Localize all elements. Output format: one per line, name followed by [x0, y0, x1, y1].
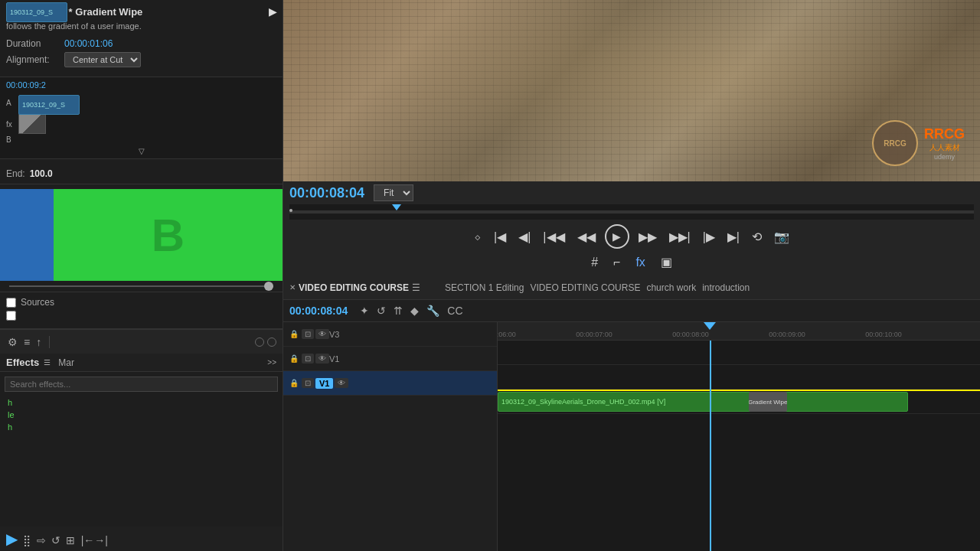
fast-fwd-btn[interactable]: ▶▶ — [635, 228, 660, 246]
v1-upper-track-row — [498, 365, 980, 390]
resources-area: Sources — [0, 292, 283, 329]
alignment-select[interactable]: Center at Cut — [64, 52, 141, 67]
add-marker-btn[interactable]: ≡ — [22, 334, 31, 350]
end-slider-track[interactable] — [9, 285, 273, 287]
checkbox-1[interactable] — [6, 298, 16, 308]
v1-active-label: V1 — [315, 378, 333, 389]
insert-btn[interactable]: 📷 — [771, 228, 792, 246]
clip-b[interactable]: 190312_09_S — [6, 2, 67, 22]
timeline-tab-name[interactable]: VIDEO EDITING COURSE — [299, 282, 409, 293]
v1-controls: ⊡ V1 👁 — [302, 378, 348, 389]
v1-upper-lock-icon[interactable]: 🔒 — [289, 354, 299, 363]
ripple-edit-btn[interactable]: ⣿ — [23, 534, 31, 546]
keyframe-circle-left — [255, 337, 264, 347]
rotate-btn[interactable]: ↺ — [51, 534, 60, 546]
main-video-clip[interactable]: 190312_09_SkylineAerials_Drone_UHD_002.m… — [498, 392, 908, 412]
ruler-mark-6: 00:00:06:00 — [498, 331, 516, 338]
next-frame-btn[interactable]: |▶ — [700, 228, 718, 246]
play-button-effects[interactable]: ▶ — [6, 530, 18, 548]
checkbox-2[interactable] — [6, 311, 16, 321]
end-row: End: 100.0 — [0, 164, 283, 184]
timeline-content: 🔒 ⊡ 👁 V3 🔒 ⊡ 👁 V1 — [283, 322, 980, 551]
v3-track-row — [498, 341, 980, 365]
timeline-time-badge: 00:00:09:2 — [6, 80, 46, 90]
clip-a[interactable]: 190312_09_S — [18, 95, 80, 115]
effects-item-3[interactable]: h — [5, 421, 278, 433]
effects-menu-icon[interactable]: ☰ — [44, 358, 51, 367]
mark-in-btn[interactable]: ⬦ — [471, 228, 485, 245]
end-slider-row — [0, 281, 283, 292]
undo-btn[interactable]: ↺ — [375, 303, 387, 318]
export-btn[interactable]: ↑ — [34, 334, 43, 350]
playhead[interactable] — [392, 204, 401, 210]
duration-row: Duration 00:00:01:06 — [6, 38, 276, 49]
v1-upper-name: V1 — [329, 354, 339, 364]
v1-lock-icon[interactable]: 🔒 — [289, 379, 299, 387]
duration-value[interactable]: 00:00:01:06 — [64, 38, 113, 49]
v1-sync-btn[interactable]: ⊡ — [302, 378, 314, 388]
v1-active-track-row: 190312_09_SkylineAerials_Drone_UHD_002.m… — [498, 390, 980, 414]
close-timeline-btn[interactable]: ✕ — [289, 283, 296, 292]
prev-frame-btn[interactable]: ◀| — [515, 228, 534, 246]
play-pause-btn[interactable]: ▶ — [605, 224, 629, 249]
track-v1-active-label: 🔒 ⊡ V1 👁 — [283, 371, 497, 396]
timeline-top-bar: ✕ VIDEO EDITING COURSE ☰ SECTION 1 Editi… — [283, 276, 980, 300]
fit-btn[interactable]: |←→| — [81, 534, 108, 546]
extract-btn[interactable]: ⇈ — [392, 303, 404, 318]
transition-preview — [18, 114, 46, 134]
step-back-btn[interactable]: |◀ — [491, 228, 509, 246]
checkbox-row-2 — [6, 311, 276, 321]
mar-tab-label[interactable]: Mar — [58, 357, 74, 368]
track-b-label: B — [6, 135, 17, 144]
goto-start-btn[interactable]: |◀◀ — [540, 228, 567, 246]
filter-btn[interactable]: ⚙ — [6, 334, 19, 350]
v3-lock-icon[interactable]: 🔒 — [289, 330, 299, 338]
loop-btn[interactable]: ⟲ — [749, 228, 765, 246]
timeline-section: ✕ VIDEO EDITING COURSE ☰ SECTION 1 Editi… — [283, 276, 980, 551]
breadcrumb-course: VIDEO EDITING COURSE — [530, 282, 640, 293]
gradient-wipe-clip[interactable]: Gradient Wipe — [749, 392, 787, 412]
expand-effect-icon[interactable]: ▶ — [269, 6, 276, 18]
expand-effects-icon[interactable]: >> — [267, 358, 276, 367]
v3-name: V3 — [329, 330, 339, 339]
v1-eye-btn[interactable]: 👁 — [335, 378, 348, 388]
track-forward-btn[interactable]: ⇨ — [37, 534, 46, 546]
crop-btn[interactable]: ⊞ — [66, 534, 75, 546]
yellow-indicator-bar — [498, 390, 980, 391]
playback-buttons-row2: # ⌐ fx ▣ — [289, 252, 974, 272]
snap-btn[interactable]: ✦ — [358, 303, 371, 318]
fx-label-indicator: fx — [6, 120, 17, 129]
effects-item-1[interactable]: h — [5, 396, 278, 409]
end-slider-thumb[interactable] — [264, 282, 273, 291]
timeline-tracks: 00:00:06:00 00:00:07:00 00:00:08:00 00:0… — [498, 322, 980, 551]
cc-btn[interactable]: CC — [446, 303, 464, 318]
v3-sync-btn[interactable]: ⊡ — [302, 329, 314, 339]
effects-tab-label[interactable]: Effects — [6, 357, 39, 368]
playback-scrubber[interactable] — [289, 204, 974, 220]
v1-upper-eye-btn[interactable]: 👁 — [315, 354, 329, 364]
corner-btn[interactable]: ⌐ — [610, 254, 623, 271]
v3-eye-btn[interactable]: 👁 — [315, 329, 329, 339]
marker-btn[interactable]: ◆ — [409, 303, 420, 318]
step-fwd-btn[interactable]: ▶| — [724, 228, 743, 246]
breadcrumb-intro: introduction — [702, 282, 750, 293]
alignment-label: Alignment: — [6, 54, 60, 65]
v1-upper-sync-btn[interactable]: ⊡ — [302, 354, 314, 364]
effects-panel-left: h le h — [0, 372, 283, 527]
effects-search-input[interactable] — [5, 377, 278, 392]
hash-btn[interactable]: # — [588, 254, 601, 271]
overlay-btn[interactable]: ▣ — [658, 253, 675, 271]
timeline-time-display: 00:00:08:04 — [289, 305, 348, 317]
end-value[interactable]: 100.0 — [30, 168, 53, 179]
collapse-clips-icon[interactable]: ▽ — [139, 147, 145, 155]
wrench-btn[interactable]: 🔧 — [425, 303, 441, 318]
fx-toggle-btn[interactable]: fx — [632, 254, 648, 271]
goto-end-btn[interactable]: ▶▶| — [666, 228, 694, 246]
timeline-tab-menu[interactable]: ☰ — [412, 282, 420, 293]
v3-controls: ⊡ 👁 — [302, 329, 329, 339]
effects-item-2[interactable]: le — [5, 409, 278, 421]
playhead-head[interactable] — [704, 322, 716, 330]
rewind-btn[interactable]: ◀◀ — [574, 228, 599, 246]
fit-select[interactable]: Fit — [374, 184, 413, 201]
timeline-nav-row: ⚙ ≡ ↑ — [0, 329, 283, 354]
